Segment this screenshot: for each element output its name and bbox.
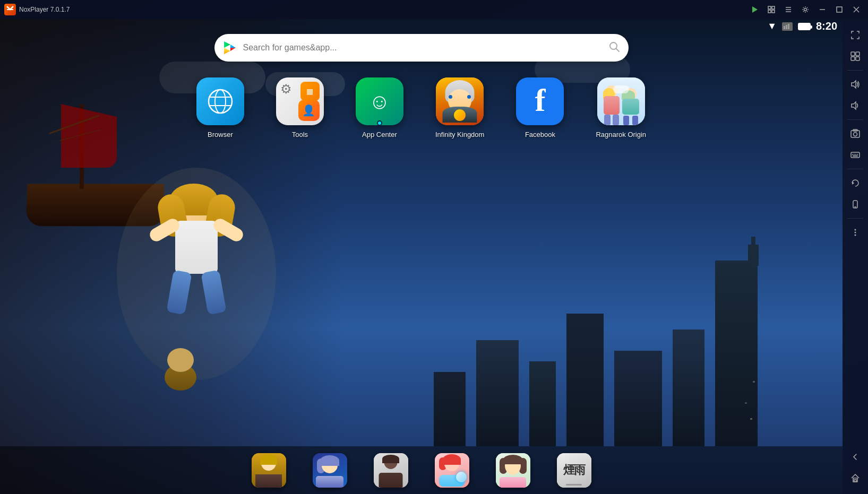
svg-rect-16: [851, 52, 855, 56]
play-store-icon: [221, 39, 238, 56]
dock-item-3[interactable]: [374, 453, 408, 488]
facebook-label: Facebook: [525, 131, 555, 138]
search-icon[interactable]: [608, 41, 620, 55]
app-infinity-kingdom[interactable]: Infinity Kingdom: [435, 77, 485, 138]
window-controls: [747, 2, 864, 17]
tools-icon: ⚙ 👤 ▦: [276, 77, 324, 125]
app-facebook[interactable]: f Facebook: [516, 77, 564, 138]
wifi-icon: ▼: [767, 21, 777, 32]
infinity-kingdom-icon: [436, 77, 484, 125]
svg-point-35: [855, 232, 856, 233]
rotate-button[interactable]: [846, 174, 865, 193]
svg-rect-4: [772, 10, 775, 13]
svg-point-8: [804, 8, 807, 11]
ragnarok-label: Ragnarok Origin: [596, 131, 646, 138]
svg-marker-31: [852, 181, 854, 185]
fullscreen-button[interactable]: [846, 25, 865, 45]
svg-rect-1: [768, 6, 771, 9]
battery-icon: [798, 23, 811, 30]
svg-marker-42: [230, 48, 236, 51]
right-sidebar: [843, 19, 868, 494]
divider-3: [847, 169, 863, 169]
settings-button[interactable]: [798, 2, 813, 17]
titlebar-logo: NoxPlayer 7.0.1.7: [4, 4, 70, 15]
dock-icon-6: 煙雨: [557, 453, 591, 488]
app-browser[interactable]: Browser: [196, 77, 244, 138]
svg-point-36: [855, 235, 856, 236]
hamburger-menu-button[interactable]: [781, 2, 796, 17]
app-ragnarok[interactable]: Ragnarok Origin: [596, 77, 646, 138]
dock-item-5[interactable]: [496, 453, 530, 488]
svg-rect-3: [768, 10, 771, 13]
svg-point-34: [855, 229, 856, 231]
more-button[interactable]: [846, 223, 865, 242]
appcenter-icon: ☺: [356, 77, 403, 125]
app-grid: Browser ⚙ 👤 ▦ Tools ☺ App Center: [0, 72, 843, 144]
titlebar: NoxPlayer 7.0.1.7: [0, 0, 868, 19]
svg-marker-39: [224, 41, 230, 48]
dock-icon-1: [252, 453, 286, 488]
dock-icon-3: [374, 453, 408, 488]
search-input[interactable]: [243, 43, 603, 53]
keyboard-button[interactable]: [846, 145, 865, 164]
svg-marker-20: [852, 81, 856, 88]
dock-icon-4: [435, 453, 469, 488]
svg-point-23: [854, 133, 857, 136]
svg-marker-41: [230, 45, 236, 48]
svg-rect-14: [786, 25, 787, 29]
infinity-kingdom-label: Infinity Kingdom: [435, 131, 485, 138]
svg-point-45: [209, 90, 232, 113]
play-button[interactable]: [747, 2, 762, 17]
divider-4: [847, 218, 863, 219]
multiwindow-button[interactable]: [764, 2, 779, 17]
multiinstance-button[interactable]: [846, 47, 865, 66]
notification-dot: [377, 120, 382, 126]
status-bar: ▼ 8:20: [767, 20, 837, 32]
svg-rect-25: [851, 152, 860, 158]
svg-marker-40: [224, 48, 230, 54]
svg-marker-21: [852, 102, 856, 109]
main-content: Browser ⚙ 👤 ▦ Tools ☺ App Center: [0, 19, 843, 494]
svg-rect-38: [854, 480, 856, 482]
svg-point-46: [215, 90, 226, 113]
dock-icon-5: [496, 453, 530, 488]
svg-marker-0: [752, 6, 758, 13]
maximize-button[interactable]: [832, 2, 847, 17]
dock-item-6[interactable]: 煙雨: [557, 453, 591, 488]
svg-line-44: [616, 48, 619, 51]
facebook-icon: f: [516, 77, 564, 125]
svg-rect-17: [856, 52, 860, 56]
dock-item-2[interactable]: [313, 453, 347, 488]
screenshot-button[interactable]: [846, 124, 865, 143]
volume-up-button[interactable]: [846, 75, 865, 94]
svg-rect-2: [772, 6, 775, 9]
back-nav-button[interactable]: [846, 447, 865, 466]
shake-button[interactable]: [846, 195, 865, 214]
app-tools[interactable]: ⚙ 👤 ▦ Tools: [276, 77, 324, 138]
divider-2: [847, 119, 863, 120]
svg-rect-10: [837, 7, 842, 12]
volume-down-button[interactable]: [846, 96, 865, 115]
svg-rect-19: [856, 57, 860, 60]
app-appcenter[interactable]: ☺ App Center: [356, 77, 403, 138]
ragnarok-icon: [597, 77, 645, 125]
minimize-button[interactable]: [815, 2, 830, 17]
browser-label: Browser: [208, 131, 233, 138]
signal-icon: [782, 22, 793, 31]
home-nav-button[interactable]: [846, 469, 865, 488]
clock: 8:20: [816, 20, 837, 32]
divider-1: [847, 70, 863, 71]
close-button[interactable]: [849, 2, 864, 17]
nox-logo-icon: [4, 4, 16, 15]
svg-rect-15: [788, 24, 789, 29]
search-container: [0, 19, 843, 72]
bottom-dock: 煙雨: [0, 446, 843, 494]
dock-item-1[interactable]: [252, 453, 286, 488]
svg-rect-18: [851, 57, 855, 60]
dock-icon-2: [313, 453, 347, 488]
search-bar[interactable]: [214, 34, 629, 62]
svg-rect-13: [784, 26, 785, 29]
dock-item-4[interactable]: [435, 453, 469, 488]
browser-icon: [196, 77, 244, 125]
tools-label: Tools: [292, 131, 308, 138]
